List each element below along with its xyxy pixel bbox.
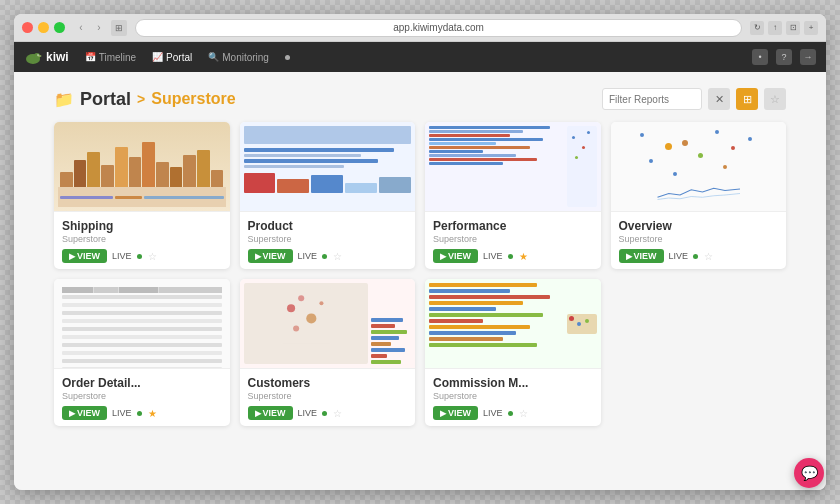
live-badge-order: LIVE [112, 408, 132, 418]
card-actions-overview: ▶ VIEW LIVE ☆ [619, 249, 779, 263]
timeline-icon: 📅 [85, 52, 96, 62]
star-customers[interactable]: ☆ [333, 408, 342, 419]
play-icon-order: ▶ [69, 409, 75, 418]
view-button-product[interactable]: ▶ VIEW [248, 249, 293, 263]
card-commission[interactable]: Commission M... Superstore ▶ VIEW LIVE ☆ [425, 279, 601, 426]
card-subtitle-overview: Superstore [619, 234, 779, 244]
nav-arrow-icon[interactable]: → [800, 49, 816, 65]
star-shipping[interactable]: ☆ [148, 251, 157, 262]
view-button-order[interactable]: ▶ VIEW [62, 406, 107, 420]
card-customers[interactable]: Customers Superstore ▶ VIEW LIVE ☆ [240, 279, 416, 426]
play-icon-commission: ▶ [440, 409, 446, 418]
nav-monitoring[interactable]: 🔍 Monitoring [208, 52, 269, 63]
nav-bullet-icon[interactable]: • [752, 49, 768, 65]
star-performance[interactable]: ★ [519, 251, 528, 262]
nav-question-icon[interactable]: ? [776, 49, 792, 65]
view-button-performance[interactable]: ▶ VIEW [433, 249, 478, 263]
window-icon[interactable]: ⊡ [786, 21, 800, 35]
view-button-shipping[interactable]: ▶ VIEW [62, 249, 107, 263]
customers-map [244, 283, 369, 364]
card-actions-shipping: ▶ VIEW LIVE ☆ [62, 249, 222, 263]
card-order-detail[interactable]: Order Detail... Superstore ▶ VIEW LIVE ★ [54, 279, 230, 426]
card-body-performance: Performance Superstore ▶ VIEW LIVE ★ [425, 212, 601, 269]
tab-button[interactable]: ⊞ [111, 20, 127, 36]
card-thumb-order [54, 279, 230, 369]
card-body-shipping: Shipping Superstore ▶ VIEW LIVE ☆ [54, 212, 230, 269]
star-overview[interactable]: ☆ [704, 251, 713, 262]
card-subtitle-customers: Superstore [248, 391, 408, 401]
title-bar: ‹ › ⊞ app.kiwimydata.com ↻ ↑ ⊡ + [14, 14, 826, 42]
card-actions-order: ▶ VIEW LIVE ★ [62, 406, 222, 420]
star-commission[interactable]: ☆ [519, 408, 528, 419]
forward-button[interactable]: › [91, 20, 107, 36]
svg-point-3 [37, 54, 38, 55]
overview-map [616, 127, 782, 191]
portal-file-icon: 📁 [54, 90, 74, 109]
overview-line-chart [616, 186, 782, 201]
filter-star-button[interactable]: ☆ [764, 88, 786, 110]
svg-point-9 [293, 326, 299, 332]
share-icon[interactable]: ↑ [768, 21, 782, 35]
card-title-customers: Customers [248, 376, 408, 390]
card-actions-product: ▶ VIEW LIVE ☆ [248, 249, 408, 263]
nav-arrows: ‹ › [73, 20, 107, 36]
card-body-overview: Overview Superstore ▶ VIEW LIVE ☆ [611, 212, 787, 269]
card-subtitle-shipping: Superstore [62, 234, 222, 244]
nav-portal[interactable]: 📈 Portal [152, 52, 192, 63]
nav-bar: kiwi 📅 Timeline 📈 Portal 🔍 Monitoring • … [14, 42, 826, 72]
breadcrumb-sub: Superstore [151, 90, 235, 108]
maximize-button[interactable] [54, 22, 65, 33]
star-order[interactable]: ★ [148, 408, 157, 419]
back-button[interactable]: ‹ [73, 20, 89, 36]
nav-timeline[interactable]: 📅 Timeline [85, 52, 136, 63]
live-badge-shipping: LIVE [112, 251, 132, 261]
view-button-customers[interactable]: ▶ VIEW [248, 406, 293, 420]
nav-extra-dot [285, 55, 290, 60]
play-icon-customers: ▶ [255, 409, 261, 418]
card-thumb-product [240, 122, 416, 212]
shipping-chart [58, 137, 226, 187]
play-icon-overview: ▶ [626, 252, 632, 261]
view-button-overview[interactable]: ▶ VIEW [619, 249, 664, 263]
chat-bubble[interactable]: 💬 [794, 458, 824, 488]
status-dot-customers [322, 411, 327, 416]
view-button-commission[interactable]: ▶ VIEW [433, 406, 478, 420]
card-overview[interactable]: Overview Superstore ▶ VIEW LIVE ☆ [611, 122, 787, 269]
card-thumb-overview [611, 122, 787, 212]
url-bar[interactable]: app.kiwimydata.com [135, 19, 742, 37]
live-badge-commission: LIVE [483, 408, 503, 418]
plus-icon[interactable]: + [804, 21, 818, 35]
chat-icon: 💬 [801, 465, 818, 481]
card-product[interactable]: Product Superstore ▶ VIEW LIVE ☆ [240, 122, 416, 269]
star-product[interactable]: ☆ [333, 251, 342, 262]
play-icon-performance: ▶ [440, 252, 446, 261]
status-dot-overview [693, 254, 698, 259]
filter-close-button[interactable]: ✕ [708, 88, 730, 110]
card-title-product: Product [248, 219, 408, 233]
card-performance[interactable]: Performance Superstore ▶ VIEW LIVE ★ [425, 122, 601, 269]
card-thumb-shipping [54, 122, 230, 212]
card-title-performance: Performance [433, 219, 593, 233]
minimize-button[interactable] [38, 22, 49, 33]
performance-scatter [567, 126, 597, 207]
monitoring-icon: 🔍 [208, 52, 219, 62]
header-actions: ✕ ⊞ ☆ [602, 88, 786, 110]
svg-rect-4 [280, 288, 331, 344]
status-dot-shipping [137, 254, 142, 259]
svg-point-8 [319, 301, 323, 305]
card-shipping[interactable]: Shipping Superstore ▶ VIEW LIVE ☆ [54, 122, 230, 269]
status-dot-product [322, 254, 327, 259]
play-icon: ▶ [69, 252, 75, 261]
filter-input[interactable] [602, 88, 702, 110]
reload-icon[interactable]: ↻ [750, 21, 764, 35]
filter-grid-button[interactable]: ⊞ [736, 88, 758, 110]
card-thumb-customers [240, 279, 416, 369]
svg-point-7 [298, 295, 304, 301]
kiwi-logo[interactable]: kiwi [24, 48, 69, 66]
card-actions-customers: ▶ VIEW LIVE ☆ [248, 406, 408, 420]
commission-bars [429, 283, 564, 364]
kiwi-icon [24, 48, 42, 66]
close-button[interactable] [22, 22, 33, 33]
customers-bars [371, 283, 411, 364]
live-badge-customers: LIVE [298, 408, 318, 418]
